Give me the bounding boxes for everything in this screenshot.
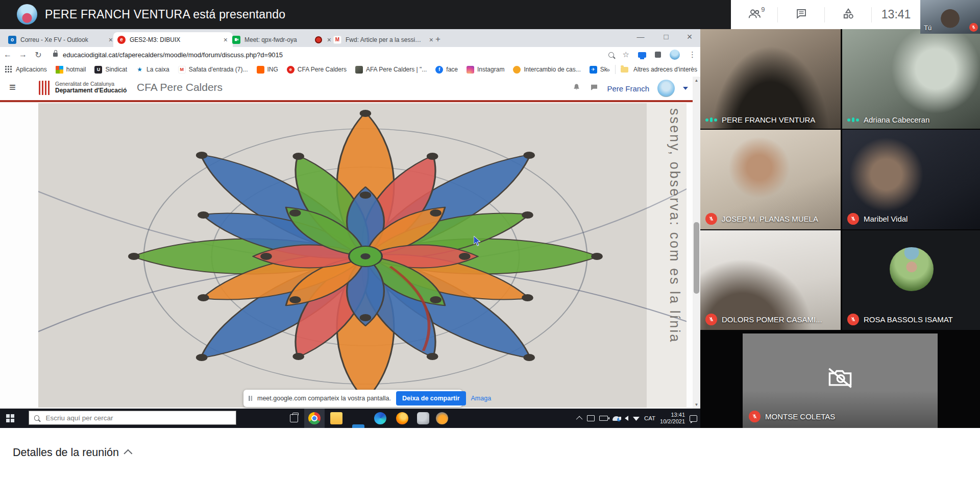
thunderbird-icon[interactable] [436,412,448,424]
bookmark-skyscanner[interactable]: ✈ Skyscanner | Busca... [590,66,607,74]
stop-sharing-button[interactable]: Deixa de compartir [396,391,466,406]
gimp-icon[interactable] [417,412,429,424]
wifi-icon[interactable] [633,416,640,421]
reload-icon[interactable]: ↻ [31,50,46,60]
mouse-cursor [474,236,481,249]
speaking-indicator-icon [705,117,717,122]
browser-tab-gmail[interactable]: M Fwd: Article per a la sessió - pfra × [329,32,438,47]
bookmark-sindicat[interactable]: U Sindicat [94,66,127,74]
notification-center-icon[interactable] [690,415,697,422]
file-explorer-icon[interactable] [330,412,342,424]
cfa-icon: e [287,66,295,74]
scroll-up-icon[interactable]: ▲ [693,77,700,84]
bookmark-intercambio[interactable]: Intercambio de cas... [513,66,580,74]
participant-tile-montse[interactable]: MONTSE COLETAS [743,333,938,428]
screen-share-icon[interactable] [638,52,646,58]
skyscanner-icon: ✈ [590,66,597,74]
chat-button[interactable] [788,4,815,26]
battery-icon[interactable] [599,416,608,421]
participant-tile-rosa[interactable]: ROSA BASSOLS ISAMAT [842,230,980,330]
page-scrollbar[interactable]: ▲ ▼ [693,77,700,409]
bookmarks-overflow-icon[interactable]: » [606,66,610,74]
back-icon[interactable]: ← [0,50,15,59]
user-menu-caret-icon[interactable] [683,87,688,90]
bookmark-lacaixa[interactable]: ★ La caixa [136,66,169,74]
participant-tile-josep[interactable]: JOSEP M. PLANAS MUELA [700,130,841,229]
profile-avatar[interactable] [670,50,680,60]
nameplate: Maribel Vidal [847,213,908,225]
search-input[interactable] [44,414,231,422]
participants-button[interactable]: 9 [741,4,768,26]
system-tray: CAT 13:41 10/2/2021 [578,409,697,428]
apps-grid-icon [5,66,13,74]
hide-banner-link[interactable]: Amaga [471,395,492,402]
browser-tab-meet[interactable]: Meet: qpx-fwdr-oya × [228,32,336,47]
zoom-icon[interactable] [608,52,614,58]
volume-icon[interactable] [625,416,628,421]
chrome-icon[interactable] [308,412,321,424]
forward-icon[interactable]: → [15,50,31,59]
moodle-user-name[interactable]: Pere Franch [607,84,649,93]
meeting-clock: 13:41 [881,8,911,21]
taskbar-search[interactable] [29,411,236,425]
new-tab-button[interactable]: + [432,34,444,46]
browser-tab-outlook[interactable]: o Correu - Xe FV - Outlook × [4,32,118,47]
extensions-icon[interactable] [655,52,661,58]
url-text[interactable]: educaciodigital.cat/cfaperecalders/moodl… [63,51,283,59]
language-indicator[interactable]: CAT [644,415,655,421]
display-icon[interactable] [587,415,595,421]
scroll-down-icon[interactable]: ▼ [693,401,700,409]
camera-off-icon [826,365,854,392]
hotmail-icon [56,66,63,74]
scrollbar-thumb[interactable] [694,222,699,294]
pause-icon[interactable] [249,396,252,401]
participant-tile-adriana[interactable]: Adriana Cabeceran [842,29,980,129]
divider [615,65,616,74]
mandala-drawing [38,103,687,408]
mic-muted-icon [705,213,717,225]
meet-top-toolbar: 9 13:41 [731,0,920,29]
facebook-icon: f [435,66,443,74]
bookmarks-list: Aplicacions hotmail U Sindicat ★ La caix… [5,62,607,77]
bookmark-safata[interactable]: M Safata d'entrada (7)... [178,66,248,74]
taskbar-clock[interactable]: 13:41 10/2/2021 [660,412,685,425]
instagram-icon [467,66,474,74]
bookmark-hotmail[interactable]: hotmail [56,66,86,74]
participant-tile-dolors[interactable]: DOLORS POMER CASAMI... [700,230,841,330]
tray-expand-icon[interactable] [576,416,583,422]
browser-tab-dibuix[interactable]: e GES2-M3: DIBUIX × [113,32,233,47]
participant-tile-pere-franch[interactable]: PERE FRANCH VENTURA [700,29,841,129]
window-close-button[interactable]: × [681,29,698,44]
bookmark-aplicacions[interactable]: Aplicacions [5,66,47,74]
window-restore-button[interactable]: □ [657,29,675,44]
messages-bubble-icon[interactable] [590,83,599,94]
hamburger-menu-icon[interactable]: ≡ [9,81,16,94]
search-icon [34,415,39,421]
moodle-user-avatar[interactable] [657,80,675,97]
bookmark-facebook[interactable]: f face [435,66,458,74]
afa-icon [355,66,363,74]
bookmark-afa[interactable]: AFA Pere Calders | "... [355,66,427,74]
bookmark-instagram[interactable]: Instagram [467,66,504,74]
self-view-tile[interactable]: Tú [920,0,980,34]
nameplate: JOSEP M. PLANAS MUELA [705,213,818,225]
bookmark-cfa[interactable]: e CFA Pere Calders [287,66,347,74]
gmail-favicon: M [333,36,341,44]
present-button[interactable] [835,4,862,26]
firefox-icon[interactable] [396,412,408,424]
task-view-icon[interactable] [290,414,298,422]
bell-icon[interactable] [572,83,581,94]
meet-bottom-bar: Detalles de la reunión [0,428,980,477]
bookmark-ing[interactable]: ING [257,66,278,74]
participant-tile-maribel[interactable]: Maribel Vidal [842,130,980,229]
site-title: CFA Pere Calders [137,81,223,93]
bookmark-star-icon[interactable]: ☆ [623,50,629,59]
browser-menu-icon[interactable]: ⋮ [689,50,696,59]
edge-icon[interactable] [374,412,386,424]
window-minimize-button[interactable]: — [632,29,649,44]
other-bookmarks-label[interactable]: Altres adreces d'interès [633,66,697,73]
meeting-details-button[interactable]: Detalles de la reunión [13,428,132,477]
mic-muted-icon [847,213,859,225]
recording-dot-icon [315,36,322,43]
start-button[interactable] [6,414,14,422]
